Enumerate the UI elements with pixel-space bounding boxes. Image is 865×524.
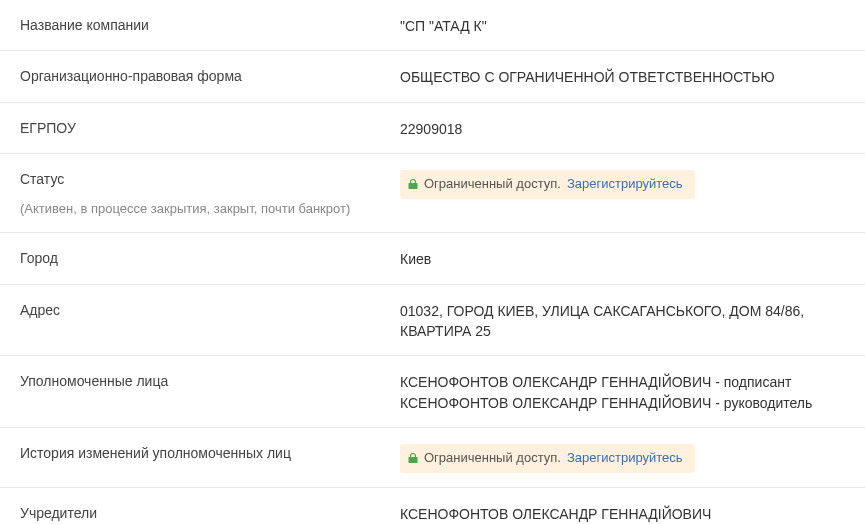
field-label: Статус (Активен, в процессе закрытия, за… <box>20 170 400 218</box>
field-label: История изменений уполномоченных лиц <box>20 444 400 464</box>
register-link[interactable]: Зарегистрируйтесь <box>567 449 683 468</box>
restricted-access-badge: Ограниченный доступ. Зарегистрируйтесь <box>400 170 695 199</box>
field-sublabel: (Активен, в процессе закрытия, закрыт, п… <box>20 201 400 218</box>
restricted-text: Ограниченный доступ. <box>424 449 561 468</box>
field-label: Адрес <box>20 301 400 321</box>
field-label: Город <box>20 249 400 269</box>
info-row-legal-form: Организационно-правовая форма ОБЩЕСТВО С… <box>0 51 865 102</box>
field-value: 22909018 <box>400 119 845 139</box>
field-value: Ограниченный доступ. Зарегистрируйтесь <box>400 444 845 473</box>
field-value: Киев <box>400 249 845 269</box>
info-row-authorized-persons: Уполномоченные лица КСЕНОФОНТОВ ОЛЕКСАНД… <box>0 356 865 428</box>
field-value: "СП "АТАД К" <box>400 16 845 36</box>
register-link[interactable]: Зарегистрируйтесь <box>567 175 683 194</box>
field-label: Учредители <box>20 504 400 524</box>
field-value: Ограниченный доступ. Зарегистрируйтесь <box>400 170 845 199</box>
restricted-text: Ограниченный доступ. <box>424 175 561 194</box>
info-row-status: Статус (Активен, в процессе закрытия, за… <box>0 154 865 233</box>
field-label: Уполномоченные лица <box>20 372 400 392</box>
lock-icon <box>408 178 418 190</box>
field-value: КСЕНОФОНТОВ ОЛЕКСАНДР ГЕННАДІЙОВИЧ - под… <box>400 372 845 413</box>
info-row-authorized-persons-history: История изменений уполномоченных лиц Огр… <box>0 428 865 488</box>
lock-icon <box>408 452 418 464</box>
info-row-city: Город Киев <box>0 233 865 284</box>
field-label: Название компании <box>20 16 400 36</box>
info-row-company-name: Название компании "СП "АТАД К" <box>0 0 865 51</box>
field-value: ОБЩЕСТВО С ОГРАНИЧЕННОЙ ОТВЕТСТВЕННОСТЬЮ <box>400 67 845 87</box>
restricted-access-badge: Ограниченный доступ. Зарегистрируйтесь <box>400 444 695 473</box>
info-row-address: Адрес 01032, ГОРОД КИЕВ, УЛИЦА САКСАГАНС… <box>0 285 865 357</box>
field-value: 01032, ГОРОД КИЕВ, УЛИЦА САКСАГАНСЬКОГО,… <box>400 301 845 342</box>
field-label: Организационно-правовая форма <box>20 67 400 87</box>
info-row-egrpou: ЕГРПОУ 22909018 <box>0 103 865 154</box>
field-value: КСЕНОФОНТОВ ОЛЕКСАНДР ГЕННАДІЙОВИЧ Адрес… <box>400 504 845 524</box>
info-row-founders: Учредители КСЕНОФОНТОВ ОЛЕКСАНДР ГЕННАДІ… <box>0 488 865 524</box>
field-label: ЕГРПОУ <box>20 119 400 139</box>
